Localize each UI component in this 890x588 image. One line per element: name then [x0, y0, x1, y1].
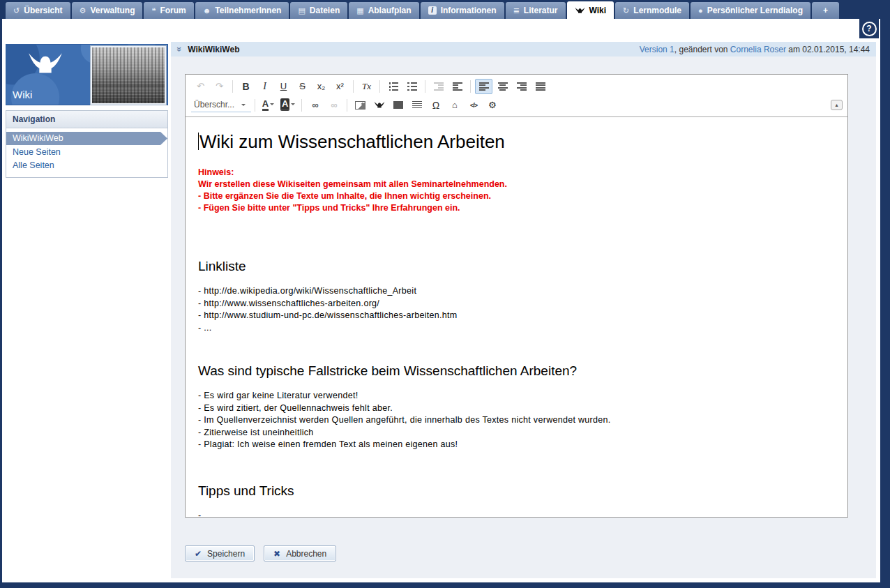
redo-button[interactable]: ↷ — [211, 79, 228, 94]
section-linkliste: Linkliste - http://de.wikipedia.org/wiki… — [198, 259, 834, 334]
sidebar-item-wikiwikiweb[interactable]: WikiWikiWeb — [6, 132, 167, 145]
cancel-label: Abbrechen — [286, 549, 326, 559]
insert-link-button[interactable]: ∞ — [306, 98, 324, 113]
save-button[interactable]: ✔ Speichern — [185, 545, 255, 561]
tab-label: Übersicht — [24, 6, 62, 15]
align-right-button[interactable] — [513, 79, 530, 94]
tab-lernmodule[interactable]: ↻ Lernmodule — [615, 2, 689, 19]
author-link[interactable]: Cornelia Roser — [730, 45, 786, 54]
notice-line: Hinweis: — [198, 167, 834, 179]
tab-wiki-active[interactable]: Wiki — [567, 1, 614, 19]
align-justify-icon — [536, 82, 545, 91]
tab-persoenlicher-lerndialog[interactable]: ● Persönlicher Lerndialog — [691, 2, 810, 19]
help-button[interactable]: ? — [859, 19, 879, 38]
text-caret — [198, 133, 199, 150]
tab-label: Lernmodule — [633, 6, 681, 15]
book-icon: ≣ — [513, 7, 520, 15]
crown-logo-icon — [27, 52, 63, 76]
plugins-button[interactable]: ⚙ — [483, 98, 501, 113]
section-heading: Was sind typische Fallstricke beim Wisse… — [198, 363, 834, 379]
align-justify-button[interactable] — [531, 79, 549, 94]
toolbar-separator — [425, 80, 425, 93]
tab-literatur[interactable]: ≣ Literatur — [506, 2, 566, 19]
section-line: - Es wird gar keine Literatur verwendet! — [198, 390, 834, 402]
dialog-circle-icon: ● — [698, 7, 703, 15]
tab-teilnehmerinnen[interactable]: ☻ TeilnehmerInnen — [195, 2, 289, 19]
insert-table-button[interactable] — [389, 98, 407, 113]
tab-label: Dateien — [310, 6, 340, 15]
text-color-button[interactable]: A — [259, 98, 277, 113]
main-body: ↶ ↷ B I U S x₂ x² Tx — [171, 56, 876, 578]
horizontal-rule-button[interactable] — [408, 98, 425, 113]
paragraph-format-dropdown[interactable]: Überschr... — [191, 98, 251, 112]
bullet-list-button[interactable] — [403, 79, 421, 94]
superscript-button[interactable]: x² — [331, 79, 349, 94]
align-center-button[interactable] — [494, 79, 511, 94]
italic-button[interactable]: I — [256, 79, 273, 94]
tab-add[interactable]: + — [812, 2, 839, 19]
page-title: WikiWikiWeb — [188, 45, 239, 54]
tab-uebersicht[interactable]: ↺ Übersicht — [6, 2, 70, 19]
notice-line: Wir erstellen diese Wikiseiten gemeinsam… — [198, 179, 834, 190]
tab-forum[interactable]: ❝ Forum — [144, 2, 193, 19]
section-tipps: Tipps und Tricks - ... - ... — [198, 483, 834, 518]
top-tab-bar: ↺ Übersicht ⚙ Verwaltung ❝ Forum ☻ Teiln… — [0, 0, 890, 19]
tab-label: Wiki — [589, 6, 607, 15]
editor-content[interactable]: Wiki zum Wissenschaftlichen Arbeiten Hin… — [186, 117, 847, 517]
tab-label: Forum — [160, 6, 186, 15]
background-color-icon: A — [280, 98, 289, 111]
toolbar-separator — [232, 80, 233, 93]
subscript-button[interactable]: x₂ — [312, 79, 330, 94]
x-icon: ✖ — [273, 549, 280, 559]
navigation-box: Navigation WikiWikiWeb Neue Seiten Alle … — [6, 110, 168, 178]
version-link[interactable]: Version 1 — [640, 45, 674, 54]
indent-button[interactable] — [448, 79, 466, 94]
background-color-button[interactable]: A — [278, 98, 297, 113]
remove-format-button[interactable]: Tx — [358, 79, 375, 94]
underline-button[interactable]: U — [275, 79, 292, 94]
section-line: - ... — [198, 510, 834, 518]
collapse-chevrons-icon[interactable]: » — [174, 47, 185, 52]
tab-ablaufplan[interactable]: ▦ Ablaufplan — [349, 2, 418, 19]
undo-button[interactable]: ↶ — [192, 79, 209, 94]
ordered-list-button[interactable] — [384, 79, 402, 94]
toolbar-separator — [347, 99, 347, 112]
insert-image-button[interactable] — [352, 98, 369, 113]
cancel-button[interactable]: ✖ Abbrechen — [264, 545, 336, 561]
tab-dateien[interactable]: ▤ Dateien — [290, 2, 347, 19]
tab-verwaltung[interactable]: ⚙ Verwaltung — [72, 2, 143, 19]
form-actions: ✔ Speichern ✖ Abbrechen — [185, 545, 876, 561]
source-code-button[interactable]: </> — [465, 98, 482, 113]
crown-icon — [374, 101, 385, 109]
horizontal-rule-icon — [412, 101, 422, 110]
notice-line: - Fügen Sie bitte unter "Tipps und Trick… — [198, 202, 834, 214]
tab-label: Persönlicher Lerndialog — [707, 6, 803, 15]
remove-link-button[interactable]: ∞ — [325, 98, 342, 113]
calendar-icon: ▦ — [356, 7, 363, 15]
strikethrough-button[interactable]: S — [294, 79, 311, 94]
outdent-button[interactable] — [430, 79, 447, 94]
toolbar-separator — [470, 80, 471, 93]
toolbar-collapse-button[interactable]: ▴ — [831, 100, 843, 110]
wiki-module-banner: Wiki — [6, 44, 168, 105]
save-label: Speichern — [207, 549, 245, 559]
version-date: am 02.01.2015, 14:44 — [786, 45, 870, 54]
wiki-link-button[interactable] — [370, 98, 388, 113]
tab-label: Ablaufplan — [368, 6, 412, 15]
outdent-icon — [434, 82, 444, 91]
sidebar-item-alle-seiten[interactable]: Alle Seiten — [6, 159, 167, 172]
admin-gear-icon: ⚙ — [80, 7, 86, 15]
section-line: - http://www.wissenschaftliches-arbeiten… — [198, 298, 834, 310]
notice-line: - Bitte ergänzen Sie die Texte um Inhalt… — [198, 190, 834, 202]
align-left-button[interactable] — [475, 79, 492, 94]
toolbar-separator — [353, 80, 354, 93]
plus-icon: + — [823, 6, 828, 15]
tab-informationen[interactable]: i Informationen — [421, 2, 504, 19]
align-left-icon — [479, 82, 489, 91]
image-icon — [355, 101, 365, 110]
anchor-button[interactable]: ⌂ — [446, 98, 463, 113]
sidebar-item-neue-seiten[interactable]: Neue Seiten — [6, 146, 167, 159]
tab-label: Informationen — [441, 6, 497, 15]
bold-button[interactable]: B — [237, 79, 255, 94]
special-char-button[interactable]: Ω — [427, 98, 444, 113]
